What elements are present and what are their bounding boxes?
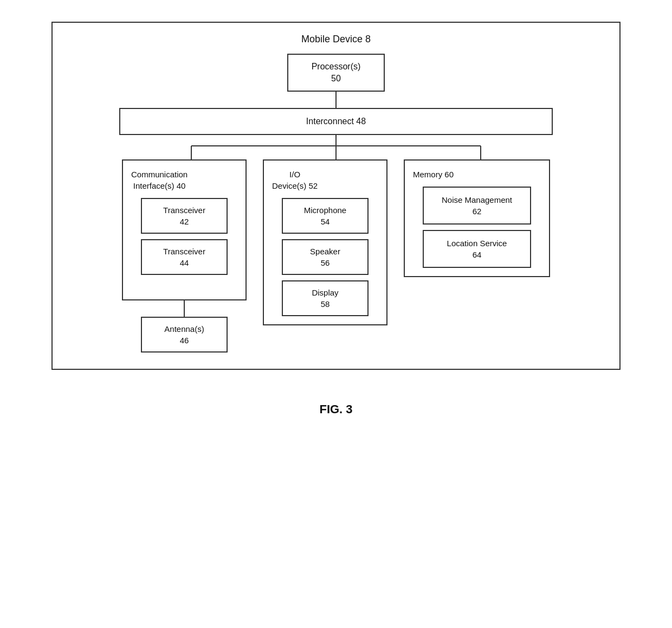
- display-label: Display58: [312, 287, 338, 310]
- io-label: I/ODevice(s) 52: [272, 169, 318, 191]
- interconnect-label: Interconnect 48: [306, 116, 366, 127]
- noise-management-label: Noise Management62: [442, 194, 512, 217]
- communication-column: CommunicationInterface(s) 40 Transceiver…: [119, 159, 249, 353]
- speaker-label: Speaker56: [310, 246, 340, 268]
- microphone-box: Microphone54: [282, 198, 369, 234]
- communication-label: CommunicationInterface(s) 40: [131, 169, 188, 191]
- speaker-box: Speaker56: [282, 239, 369, 275]
- processor-box: Processor(s)50: [287, 54, 385, 92]
- comm-to-antenna-line: [184, 300, 185, 317]
- location-service-label: Location Service64: [447, 238, 507, 260]
- display-box: Display58: [282, 280, 369, 316]
- figure-caption: FIG. 3: [319, 402, 352, 416]
- memory-column: Memory 60 Noise Management62 Location Se…: [401, 159, 553, 277]
- transceiver-42-label: Transceiver42: [163, 204, 205, 227]
- transceiver-42-box: Transceiver42: [141, 198, 228, 234]
- transceiver-44-label: Transceiver44: [163, 246, 205, 268]
- proc-to-interconnect-line: [335, 92, 337, 108]
- mobile-device-box: Mobile Device 8 Processor(s)50 Interconn…: [51, 22, 621, 370]
- memory-container: Memory 60 Noise Management62 Location Se…: [404, 159, 550, 277]
- antenna-box: Antenna(s)46: [141, 317, 228, 353]
- io-container: I/ODevice(s) 52 Microphone54 Speaker56 D…: [263, 159, 387, 325]
- processor-label: Processor(s)50: [312, 61, 361, 85]
- antenna-label: Antenna(s)46: [164, 323, 204, 346]
- location-service-box: Location Service64: [423, 230, 531, 268]
- io-column: I/ODevice(s) 52 Microphone54 Speaker56 D…: [260, 159, 390, 325]
- diagram-area: Mobile Device 8 Processor(s)50 Interconn…: [38, 22, 634, 416]
- mobile-device-label: Mobile Device 8: [69, 34, 603, 45]
- transceiver-44-box: Transceiver44: [141, 239, 228, 275]
- memory-label: Memory 60: [413, 169, 454, 180]
- noise-management-box: Noise Management62: [423, 187, 531, 225]
- interconnect-box: Interconnect 48: [119, 108, 553, 135]
- microphone-label: Microphone54: [304, 204, 346, 227]
- columns-container: CommunicationInterface(s) 40 Transceiver…: [119, 159, 553, 353]
- branch-lines: [119, 135, 553, 159]
- communication-container: CommunicationInterface(s) 40 Transceiver…: [122, 159, 247, 300]
